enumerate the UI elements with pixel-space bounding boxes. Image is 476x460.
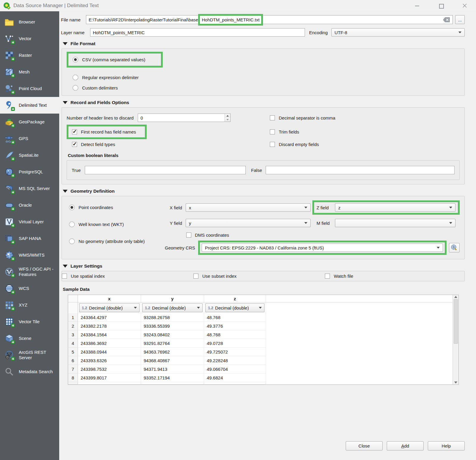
trim-fields-checkbox[interactable]: Trim fields [270,129,460,134]
checkbox-icon[interactable] [270,115,275,120]
decimal-type-icon: 1.2 [145,306,150,310]
browse-file-button[interactable]: ... [455,15,465,24]
sidebar-item-sap-hana[interactable]: SAP HANA [0,230,59,247]
spatial-index-checkbox[interactable]: Use spatial index [62,274,193,279]
wms-globe-icon [4,250,15,260]
sidebar-item-vector[interactable]: Vector [0,30,59,47]
close-window-button[interactable] [462,3,467,8]
y-field-select[interactable]: y [186,219,311,227]
sidebar-item-xyz[interactable]: XYZ [0,297,59,313]
spinner-up-button[interactable] [225,114,230,118]
add-badge-icon [11,224,15,227]
z-type-select[interactable]: 1.2 Decimal (double) [205,303,264,312]
select-crs-button[interactable] [449,243,460,252]
mssql-icon [4,183,15,194]
subset-index-checkbox[interactable]: Use subset index [193,274,325,279]
file-format-section-header[interactable]: File Format [63,41,465,46]
sidebar-item-mesh[interactable]: Mesh [0,64,59,80]
file-name-input[interactable]: E:\Tutorials\RF2D\InterpolatingRasterTut… [86,15,453,24]
geometry-section-header[interactable]: Geometry Definition [63,189,465,194]
dms-coordinates-checkbox[interactable]: DMS coordinates [186,233,460,238]
sidebar-item-vector-tile[interactable]: Vector Tile [0,313,59,330]
sidebar-item-raster[interactable]: Raster [0,47,59,64]
radio-icon[interactable] [69,238,75,244]
chevron-down-icon [197,307,200,309]
x-field-select[interactable]: x [186,203,311,212]
point-coordinates-radio[interactable]: Point coordinates [69,205,165,210]
close-button[interactable]: Close [346,441,383,450]
checkbox-icon[interactable] [186,233,191,238]
scrollbar-thumb[interactable] [454,299,458,344]
sidebar-item-delimited-text[interactable]: Delimited Text [0,97,59,114]
regex-delimiter-radio-option[interactable]: Regular expression delimiter [73,75,460,80]
add-button[interactable]: Add [387,441,424,450]
radio-selected-icon[interactable] [69,205,75,210]
radio-selected-icon[interactable] [73,57,78,62]
layer-name-input[interactable]: HohDTM_points_METRIC [90,28,305,37]
false-literal-input[interactable] [266,166,455,174]
globe-crs-icon [451,244,458,251]
first-record-checkbox[interactable]: First record has field names [67,125,147,139]
checkbox-icon[interactable] [325,274,330,279]
layer-settings-section-header[interactable]: Layer Settings [63,263,465,269]
close-icon [463,4,467,8]
sidebar-item-scene[interactable]: Scene [0,330,59,347]
sidebar-item-point-cloud[interactable]: Point Cloud [0,80,59,97]
detect-field-types-checkbox[interactable]: Detect field types [72,142,264,147]
watch-file-checkbox[interactable]: Watch file [325,274,353,279]
csv-radio-option[interactable]: CSV (comma separated values) [67,52,163,67]
sidebar-item-virtual-layer[interactable]: Virtual Layer [0,213,59,230]
no-geometry-radio[interactable]: No geometry (attribute only table) [69,238,165,244]
checkbox-icon[interactable] [270,129,275,134]
wkt-radio[interactable]: Well known text (WKT) [69,222,165,227]
table-scrollbar[interactable] [452,295,458,384]
sidebar-item-gps[interactable]: GPS [0,130,59,147]
m-field-select[interactable] [335,219,455,227]
decimal-comma-checkbox[interactable]: Decimal separator is comma [270,115,460,120]
checkbox-checked-icon[interactable] [72,142,77,147]
sidebar-item-browser[interactable]: Browser [0,14,59,30]
spinner-down-button[interactable] [225,118,230,122]
geometry-crs-select[interactable]: Project CRS: EPSG:2229 - NAD83 / Califor… [202,244,443,252]
sidebar-item-metadata-search[interactable]: Metadata Search [0,363,59,380]
checkbox-icon[interactable] [193,274,198,279]
table-row: 6 243393.6326 94368.40867 49.228248 [68,356,452,365]
sidebar-item-mssql[interactable]: MS SQL Server [0,180,59,197]
sidebar-item-geopackage[interactable]: GeoPackage [0,114,59,130]
minimize-button[interactable] [415,3,419,8]
discard-empty-fields-checkbox[interactable]: Discard empty fields [270,142,460,147]
help-button[interactable]: Help [428,441,465,450]
custom-delimiters-radio-option[interactable]: Custom delimiters [73,85,460,91]
add-badge-icon [11,207,15,211]
maximize-button[interactable] [439,3,443,8]
z-field-select[interactable]: z [335,203,455,212]
sidebar-item-wfs[interactable]: WFS / OGC API - Features [0,263,59,280]
y-type-select[interactable]: 1.2 Decimal (double) [142,303,203,312]
scroll-down-icon[interactable] [454,381,457,384]
true-literal-input[interactable] [85,166,246,174]
checkbox-checked-icon[interactable] [72,129,77,134]
radio-icon[interactable] [73,75,78,80]
x-type-select[interactable]: 1.2 Decimal (double) [79,303,140,312]
header-lines-spinner[interactable]: 0 [138,114,231,122]
column-header-x[interactable]: x [78,295,141,302]
sidebar-item-arcgis-rest[interactable]: ArcGIS REST Server [0,347,59,363]
column-header-z[interactable]: z [204,295,266,302]
sidebar-item-wcs[interactable]: WCS [0,280,59,297]
xyz-tiles-icon [4,300,15,310]
record-fields-section-header[interactable]: Record and Fields Options [63,100,465,105]
column-header-y[interactable]: y [141,295,204,302]
sidebar-item-oracle[interactable]: Oracle [0,197,59,213]
sidebar-item-spatialite[interactable]: SpatiaLite [0,147,59,164]
encoding-select[interactable]: UTF-8 [331,28,465,37]
scroll-up-icon[interactable] [454,296,457,298]
window-title: Data Source Manager | Delimited Text [13,3,415,9]
sidebar-item-postgresql[interactable]: PostgreSQL [0,164,59,180]
radio-icon[interactable] [73,85,78,91]
checkbox-icon[interactable] [62,274,67,279]
radio-icon[interactable] [69,222,75,227]
chevron-down-icon [304,207,307,208]
clear-input-icon[interactable] [443,17,450,22]
sidebar-item-wms[interactable]: WMS/WMTS [0,247,59,263]
checkbox-icon[interactable] [270,142,275,147]
